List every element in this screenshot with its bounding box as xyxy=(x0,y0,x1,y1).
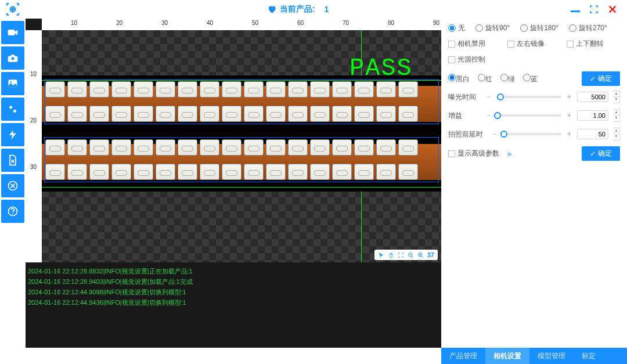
svg-rect-2 xyxy=(8,30,15,35)
gain-plus[interactable]: + xyxy=(566,111,572,120)
svg-point-7 xyxy=(13,110,16,113)
color-group: 黑白 红 绿 蓝 xyxy=(448,74,538,84)
color-confirm-button[interactable]: ✓ 确定 xyxy=(582,71,620,86)
flash-button[interactable] xyxy=(1,123,24,146)
color-bw[interactable]: 黑白 xyxy=(448,74,470,84)
light-control-row: 光源控制 xyxy=(448,55,620,64)
exposure-plus[interactable]: + xyxy=(566,93,572,101)
title-label: 当前产品: xyxy=(280,4,315,15)
close-circle-button[interactable] xyxy=(1,174,24,197)
svg-point-1 xyxy=(12,8,13,10)
disable-camera-checkbox[interactable]: 相机禁用 xyxy=(448,39,485,49)
tab-model-mgmt[interactable]: 模型管理 xyxy=(529,348,574,364)
delay-row: 拍照前延时 − + ▲▼ xyxy=(448,128,620,140)
gain-down[interactable]: ▼ xyxy=(613,116,619,121)
exposure-input[interactable] xyxy=(577,92,608,102)
title-bar: 当前产品: 1 xyxy=(0,0,627,19)
image-button[interactable] xyxy=(1,72,24,95)
tab-camera-settings[interactable]: 相机设置 xyxy=(485,348,529,364)
zoom-value: 37 xyxy=(427,251,434,258)
footer-tabs: 产品管理 相机设置 模型管理 标定 xyxy=(441,348,627,364)
image-viewer[interactable]: 10 20 30 40 50 60 70 80 90 10 20 30 PASS xyxy=(26,19,441,262)
log-line: 2024-01-16 22:12:28.8832|INFO|视觉设置|正在加载产… xyxy=(28,266,439,276)
expand-icon[interactable]: » xyxy=(507,149,511,158)
window-controls xyxy=(570,4,627,15)
viewer-toolbar: 37 xyxy=(374,250,438,260)
help-button[interactable] xyxy=(1,200,24,223)
rotation-none[interactable]: 无 xyxy=(448,23,465,33)
fit-icon[interactable] xyxy=(398,252,404,258)
app-logo-icon xyxy=(0,0,26,19)
delay-plus[interactable]: + xyxy=(566,130,572,138)
ruler-horizontal: 10 20 30 40 50 60 70 80 90 xyxy=(42,19,441,30)
exposure-down[interactable]: ▼ xyxy=(613,97,619,103)
exposure-up[interactable]: ▲ xyxy=(613,91,619,97)
settings-button[interactable] xyxy=(1,98,24,121)
svg-point-3 xyxy=(12,57,15,60)
gain-up[interactable]: ▲ xyxy=(613,110,619,116)
color-green[interactable]: 绿 xyxy=(500,74,515,84)
rotation-180[interactable]: 旋转180° xyxy=(520,23,558,33)
flip-ud-checkbox[interactable]: 上下翻转 xyxy=(567,39,604,49)
tab-calibration[interactable]: 标定 xyxy=(574,348,604,364)
gain-label: 增益 xyxy=(448,111,481,121)
product-title: 当前产品: 1 xyxy=(26,4,570,15)
show-advanced-checkbox[interactable]: 显示高级参数 xyxy=(448,149,499,158)
color-red[interactable]: 红 xyxy=(478,74,492,84)
gain-minus[interactable]: − xyxy=(485,111,492,120)
close-button[interactable] xyxy=(607,4,618,15)
canvas[interactable]: PASS xyxy=(42,30,441,262)
sidebar xyxy=(0,19,26,348)
log-line: 2024-01-16 22:12:44.9436|INFO|视觉设置|切换到模型… xyxy=(28,297,439,308)
color-blue[interactable]: 蓝 xyxy=(523,74,538,84)
svg-point-10 xyxy=(12,213,13,214)
delay-slider[interactable] xyxy=(502,133,561,135)
detection-box xyxy=(44,137,439,182)
inspection-image xyxy=(42,75,441,192)
transform-group: 相机禁用 左右镜像 上下翻转 xyxy=(448,39,620,49)
hand-icon[interactable] xyxy=(388,252,394,258)
exposure-row: 曝光时间 − + ▲▼ xyxy=(448,91,620,103)
svg-point-5 xyxy=(10,81,12,83)
light-control-checkbox[interactable]: 光源控制 xyxy=(448,55,485,64)
gain-row: 增益 − + ▲▼ xyxy=(448,109,620,122)
rotation-group: 无 旋转90° 旋转180° 旋转270° xyxy=(448,23,620,33)
delay-minus[interactable]: − xyxy=(491,130,498,138)
delay-down[interactable]: ▼ xyxy=(613,134,619,140)
ruler-vertical: 10 20 30 xyxy=(26,30,42,262)
mirror-lr-checkbox[interactable]: 左右镜像 xyxy=(507,39,545,49)
detection-box xyxy=(44,79,439,124)
settings-panel: 无 旋转90° 旋转180° 旋转270° 相机禁用 左右镜像 上下翻转 光源控… xyxy=(441,19,627,348)
pointer-icon[interactable] xyxy=(378,252,384,258)
zoom-in-icon[interactable] xyxy=(417,252,424,258)
rotation-90[interactable]: 旋转90° xyxy=(475,23,510,33)
exposure-slider[interactable] xyxy=(496,96,561,98)
svg-point-6 xyxy=(9,106,12,109)
minimize-button[interactable] xyxy=(570,4,581,15)
zoom-out-icon[interactable] xyxy=(408,252,414,258)
tab-product-mgmt[interactable]: 产品管理 xyxy=(441,348,485,364)
advanced-confirm-button[interactable]: ✓ 确定 xyxy=(582,146,620,161)
gain-slider[interactable] xyxy=(496,114,561,117)
file-x-button[interactable] xyxy=(1,149,24,172)
log-line: 2024-01-16 22:12:28.9403|INFO|视觉设置|加载产品:… xyxy=(28,276,439,287)
roi-line xyxy=(42,187,441,188)
log-line: 2024-01-16 22:12:44.9098|INFO|视觉设置|切换到模型… xyxy=(28,287,439,297)
heart-icon xyxy=(267,5,276,14)
gain-input[interactable] xyxy=(577,110,608,121)
log-panel[interactable]: 2024-01-16 22:12:28.8832|INFO|视觉设置|正在加载产… xyxy=(26,262,441,348)
rotation-270[interactable]: 旋转270° xyxy=(569,23,607,33)
delay-label: 拍照前延时 xyxy=(448,129,487,139)
delay-input[interactable] xyxy=(577,129,608,139)
maximize-button[interactable] xyxy=(589,4,599,15)
camera-button[interactable] xyxy=(1,46,24,70)
video-button[interactable] xyxy=(1,21,24,44)
delay-up[interactable]: ▲ xyxy=(613,128,619,134)
product-index: 1 xyxy=(324,5,329,14)
exposure-label: 曝光时间 xyxy=(448,92,481,102)
exposure-minus[interactable]: − xyxy=(485,93,492,101)
